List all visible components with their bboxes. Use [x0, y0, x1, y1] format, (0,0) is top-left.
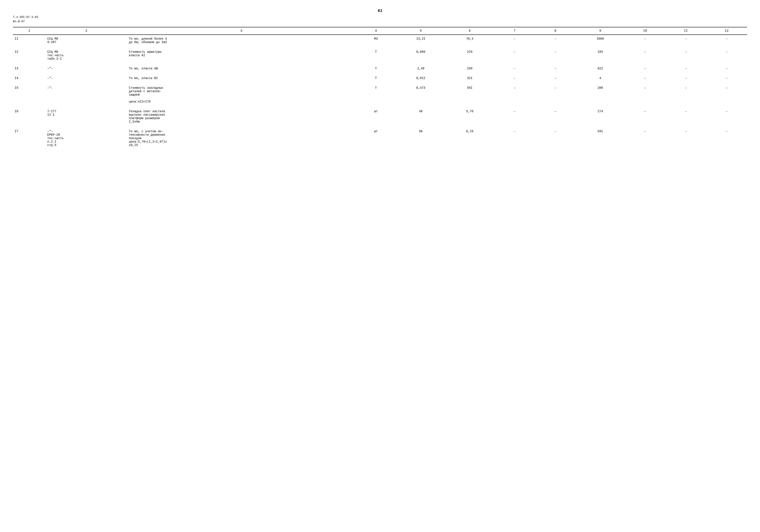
- cell-row2-col3: Т: [356, 65, 396, 72]
- cell-row0-col2: То же, длиной более 4 до 6м, объемом до …: [127, 35, 356, 46]
- cell-row6-col0: I7: [13, 127, 45, 149]
- cell-row2-col5: 250: [445, 65, 494, 72]
- cell-row3-col0: I4: [13, 74, 45, 82]
- cell-row5-col2: Укладка плит настила высоких пассажирски…: [127, 108, 356, 126]
- header-col-12: I2: [706, 27, 747, 35]
- cell-row4-col5: 59I: [445, 84, 494, 106]
- cell-row0-col0: II: [13, 35, 45, 46]
- cell-row5-col10: –: [666, 108, 706, 126]
- cell-row3-col9: –: [625, 74, 665, 82]
- cell-row2-col6: –: [494, 65, 535, 72]
- cell-row2-col0: I3: [13, 65, 45, 72]
- cell-row1-col4: 0,809: [396, 48, 445, 63]
- cell-row4-col4: 0,473: [396, 84, 445, 106]
- cell-row4-col8: 280: [576, 84, 625, 106]
- meta-line2: Ал.Ш.87: [13, 20, 747, 24]
- cell-row6-col6: –: [494, 127, 535, 149]
- header-col-4: 4: [356, 27, 396, 35]
- meta-line1: Т.п.50I-07-3.83: [13, 15, 747, 20]
- table-row: IIССЦ МО 9-287То же, длиной более 4 до 6…: [13, 35, 747, 46]
- spacer-row: [13, 106, 747, 108]
- spacer-row: [13, 72, 747, 74]
- cell-row5-col8: 274: [576, 108, 625, 126]
- header-col-2: 2: [45, 27, 127, 35]
- cell-row4-col2: Стоимость закладных деталей с металли- з…: [127, 84, 356, 106]
- cell-row1-col7: –: [535, 48, 576, 63]
- cell-row4-col3: Т: [356, 84, 396, 106]
- cell-row0-col3: МЗ: [356, 35, 396, 46]
- table-row: I67-I77 II-IУкладка плит настила высоких…: [13, 108, 747, 126]
- cell-row6-col2: То же, с учетом ин- тенсивности движения…: [127, 127, 356, 149]
- cell-row0-col6: –: [494, 35, 535, 46]
- header-col-7: 7: [494, 27, 535, 35]
- header-col-3: 3: [127, 27, 356, 35]
- cell-row5-col1: 7-I77 II-I: [45, 108, 127, 126]
- cell-row0-col10: –: [666, 35, 706, 46]
- cell-row5-col5: 5,70: [445, 108, 494, 126]
- cell-row3-col3: Т: [356, 74, 396, 82]
- cell-row6-col4: 96: [396, 127, 445, 149]
- cell-row3-col2: То же, класса ВI: [127, 74, 356, 82]
- cell-row6-col3: шт: [356, 127, 396, 149]
- cell-row1-col0: I2: [13, 48, 45, 63]
- cell-row1-col10: –: [666, 48, 706, 63]
- cell-row4-col10: –: [666, 84, 706, 106]
- cell-row4-col0: I5: [13, 84, 45, 106]
- cell-row2-col9: –: [625, 65, 665, 72]
- table-row: I7–"– ЕРЕР-28 тех.часть п.2.I стр.5То же…: [13, 127, 747, 149]
- cell-row0-col7: –: [535, 35, 576, 46]
- cell-row6-col10: –: [666, 127, 706, 149]
- cell-row5-col6: –: [494, 108, 535, 126]
- cell-row6-col9: –: [625, 127, 665, 149]
- cell-row4-col9: –: [625, 84, 665, 106]
- cell-row4-col7: –: [535, 84, 576, 106]
- header-col-6: 6: [445, 27, 494, 35]
- spacer-row: [13, 46, 747, 48]
- cell-row5-col9: –: [625, 108, 665, 126]
- table-header-row: I 2 3 4 5 6 7 8 9 IO II I2: [13, 27, 747, 35]
- cell-row5-col3: шт: [356, 108, 396, 126]
- cell-row5-col0: I6: [13, 108, 45, 126]
- doc-meta: Т.п.50I-07-3.83 Ал.Ш.87: [13, 15, 747, 23]
- cell-row2-col1: –"–: [45, 65, 127, 72]
- spacer-row: [13, 63, 747, 65]
- cell-row3-col6: –: [494, 74, 535, 82]
- cell-row5-col11: –: [706, 108, 747, 126]
- cell-row4-col1: –"–: [45, 84, 127, 106]
- table-row: I3–"–То же, класса АШТ2,49250––622–––: [13, 65, 747, 72]
- cell-row0-col8: I000: [576, 35, 625, 46]
- cell-row1-col5: 229: [445, 48, 494, 63]
- cell-row2-col7: –: [535, 65, 576, 72]
- cell-row1-col3: Т: [356, 48, 396, 63]
- cell-row3-col8: 4: [576, 74, 625, 82]
- cell-row3-col11: –: [706, 74, 747, 82]
- cell-row6-col5: 6,I6: [445, 127, 494, 149]
- cell-row6-col8: 59I: [576, 127, 625, 149]
- spacer-row: [13, 126, 747, 127]
- cell-row2-col10: –: [666, 65, 706, 72]
- cell-row2-col8: 622: [576, 65, 625, 72]
- cell-row2-col11: –: [706, 65, 747, 72]
- cell-row6-col1: –"– ЕРЕР-28 тех.часть п.2.I стр.5: [45, 127, 127, 149]
- table-row: I2ССЦ МО тех.часть табл.3-IСтоимость арм…: [13, 48, 747, 63]
- cell-row3-col10: –: [666, 74, 706, 82]
- cell-row4-col6: –: [494, 84, 535, 106]
- header-col-9: 9: [576, 27, 625, 35]
- cell-row6-col11: –: [706, 127, 747, 149]
- cell-row0-col1: ССЦ МО 9-287: [45, 35, 127, 46]
- header-col-10: IO: [625, 27, 665, 35]
- page-number: 61: [13, 9, 747, 13]
- header-col-11: II: [666, 27, 706, 35]
- cell-row0-col5: 70,4: [445, 35, 494, 46]
- cell-row3-col1: –"–: [45, 74, 127, 82]
- header-col-5: 5: [396, 27, 445, 35]
- cell-row0-col9: –: [625, 35, 665, 46]
- main-table: I 2 3 4 5 6 7 8 9 IO II I2 IIССЦ МО 9-28…: [13, 27, 747, 149]
- header-col-8: 8: [535, 27, 576, 35]
- cell-row3-col5: 32I: [445, 74, 494, 82]
- cell-row1-col6: –: [494, 48, 535, 63]
- cell-row1-col2: Стоимость арматуры класса АI: [127, 48, 356, 63]
- cell-row1-col8: I85: [576, 48, 625, 63]
- cell-row0-col11: –: [706, 35, 747, 46]
- header-col-1: I: [13, 27, 45, 35]
